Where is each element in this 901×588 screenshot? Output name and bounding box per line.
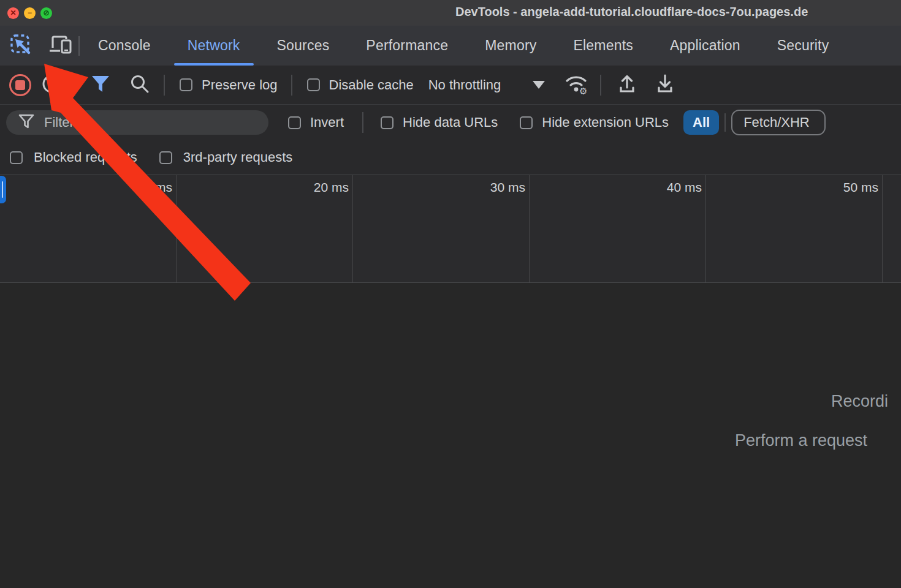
invert-toggle[interactable]: Invert: [288, 115, 344, 130]
preserve-log-label: Preserve log: [202, 77, 278, 93]
tab-console[interactable]: Console: [80, 26, 169, 66]
recording-status-text: Recordi: [831, 392, 888, 411]
traffic-lights: ✕ − ⊘: [7, 7, 52, 19]
tab-sources[interactable]: Sources: [259, 26, 348, 66]
gridline: [882, 175, 883, 282]
separator: [291, 75, 292, 96]
hide-data-urls-toggle[interactable]: Hide data URLs: [381, 115, 498, 130]
tick-label: 40 ms: [626, 180, 702, 195]
filter-chip-all[interactable]: All: [683, 110, 719, 135]
upload-icon: [616, 73, 638, 97]
hide-extension-urls-checkbox[interactable]: [520, 116, 533, 129]
clear-network-log-button[interactable]: [41, 74, 62, 97]
toggle-device-toolbar-button[interactable]: [48, 34, 72, 58]
network-toolbar: Preserve log Disable cache No throttling…: [0, 66, 901, 105]
third-party-requests-label: 3rd-party requests: [183, 149, 293, 165]
record-stop-icon: [15, 80, 25, 90]
gridline: [176, 175, 177, 282]
funnel-outline-icon: [18, 113, 34, 132]
separator: [74, 75, 75, 96]
search-icon: [129, 74, 150, 97]
network-conditions-button[interactable]: ⚙: [563, 73, 589, 97]
clear-icon: [41, 74, 62, 97]
gridline: [705, 175, 706, 282]
disable-cache-checkbox[interactable]: [307, 78, 320, 91]
overview-left-drag-handle[interactable]: [0, 176, 6, 203]
tab-security[interactable]: Security: [759, 26, 848, 66]
filter-input-container[interactable]: [6, 110, 268, 135]
hide-extension-urls-label: Hide extension URLs: [542, 115, 669, 130]
tab-elements[interactable]: Elements: [555, 26, 651, 66]
tab-application[interactable]: Application: [652, 26, 759, 66]
request-filters-row: Blocked requests 3rd-party requests: [0, 140, 901, 175]
preserve-log-checkbox[interactable]: [180, 78, 192, 91]
gridline: [352, 175, 353, 282]
import-har-button[interactable]: [616, 73, 638, 97]
panel-tool-icons: [0, 26, 78, 66]
export-har-button[interactable]: [654, 73, 676, 97]
hide-data-urls-checkbox[interactable]: [381, 116, 393, 129]
blocked-requests-checkbox[interactable]: [10, 151, 23, 164]
tick-label: 30 ms: [449, 180, 525, 195]
tick-label: 10 ms: [96, 180, 172, 195]
hide-extension-urls-toggle[interactable]: Hide extension URLs: [520, 115, 669, 130]
tab-network[interactable]: Network: [169, 26, 259, 66]
inspect-cursor-icon: [10, 34, 32, 58]
filter-chip-fetch-xhr[interactable]: Fetch/XHR: [731, 110, 826, 135]
devtools-window: ✕ − ⊘ DevTools - angela-add-tutorial.clo…: [0, 0, 901, 588]
third-party-requests-toggle[interactable]: 3rd-party requests: [159, 149, 293, 165]
empty-state-prompt-text: Perform a request: [735, 431, 867, 450]
search-button[interactable]: [129, 74, 150, 97]
separator: [724, 113, 726, 132]
devtools-tabbar: Console Network Sources Performance Memo…: [0, 26, 901, 66]
separator: [362, 112, 363, 133]
separator: [600, 75, 601, 96]
hide-data-urls-label: Hide data URLs: [403, 115, 498, 130]
preserve-log-toggle[interactable]: Preserve log: [180, 77, 278, 93]
funnel-icon: [90, 74, 111, 96]
stop-recording-button[interactable]: [9, 74, 31, 96]
tab-memory[interactable]: Memory: [466, 26, 555, 66]
panel-tabs: Console Network Sources Performance Memo…: [80, 26, 847, 66]
blocked-requests-label: Blocked requests: [34, 149, 137, 165]
svg-text:⚙: ⚙: [579, 86, 587, 95]
third-party-requests-checkbox[interactable]: [159, 151, 172, 164]
disable-cache-toggle[interactable]: Disable cache: [307, 77, 414, 93]
throttling-select[interactable]: No throttling: [428, 77, 501, 93]
network-conditions-icon: ⚙: [563, 73, 589, 97]
minimize-button[interactable]: −: [24, 7, 36, 19]
chevron-down-icon[interactable]: [533, 81, 545, 89]
gridline: [529, 175, 530, 282]
blocked-requests-toggle[interactable]: Blocked requests: [10, 149, 137, 165]
separator: [164, 75, 165, 96]
filter-bar: Invert Hide data URLs Hide extension URL…: [0, 105, 901, 140]
download-icon: [654, 73, 676, 97]
filter-input[interactable]: [44, 115, 246, 130]
invert-label: Invert: [310, 115, 344, 130]
requests-panel: Recordi Perform a request: [0, 283, 901, 587]
window-title: DevTools - angela-add-tutorial.cloudflar…: [455, 5, 808, 19]
filter-toggle-button[interactable]: [90, 74, 111, 96]
titlebar: ✕ − ⊘ DevTools - angela-add-tutorial.clo…: [0, 0, 901, 26]
tick-label: 50 ms: [802, 180, 878, 195]
invert-checkbox[interactable]: [288, 116, 301, 129]
tick-label: 20 ms: [273, 180, 349, 195]
disable-cache-label: Disable cache: [329, 77, 414, 93]
close-button[interactable]: ✕: [7, 7, 19, 19]
fullscreen-button[interactable]: ⊘: [40, 7, 52, 19]
device-toolbar-icon: [48, 34, 72, 58]
inspect-element-button[interactable]: [10, 34, 32, 58]
tab-performance[interactable]: Performance: [348, 26, 466, 66]
network-overview-timeline[interactable]: 10 ms 20 ms 30 ms 40 ms 50 ms: [0, 175, 901, 283]
